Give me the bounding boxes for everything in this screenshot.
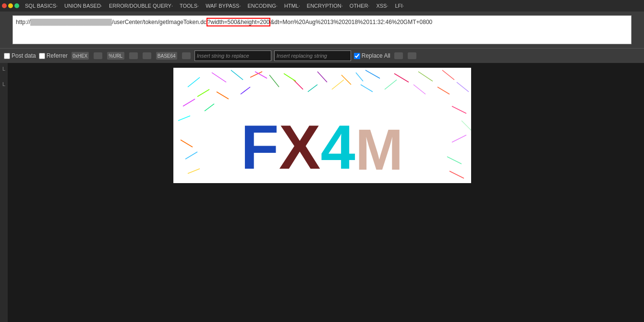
svg-line-6	[365, 70, 380, 78]
window-controls	[2, 3, 19, 8]
svg-line-4	[317, 72, 327, 82]
menu-waf-bypass[interactable]: WAF BYPASS·	[203, 2, 243, 10]
svg-line-9	[442, 70, 454, 80]
svg-line-16	[332, 80, 344, 89]
svg-line-19	[413, 85, 425, 94]
menu-other[interactable]: OTHER·	[347, 2, 373, 10]
logo-letter-m: M	[355, 121, 403, 178]
svg-line-28	[452, 135, 466, 142]
sep1	[94, 52, 102, 59]
logo-container: F X 4 M	[173, 68, 471, 183]
menu-html[interactable]: HTML·	[281, 2, 303, 10]
replace-all-label[interactable]: Replace All	[362, 52, 390, 59]
url-display[interactable]: http://████████████████████/userCenter/t…	[12, 15, 632, 44]
main-content: L L	[0, 63, 644, 322]
side-label-l1: L	[2, 66, 5, 72]
svg-line-2	[269, 75, 279, 87]
base64-button[interactable]: BASE64	[156, 52, 177, 60]
menu-union-based[interactable]: UNION BASED·	[61, 2, 105, 10]
logo-inner: F X 4 M	[173, 68, 471, 183]
svg-line-34	[284, 74, 296, 81]
referrer-checkbox[interactable]	[39, 53, 45, 59]
menu-error-double[interactable]: ERROR/DOUBLE QUERY·	[106, 2, 176, 10]
toolbar: Post data Referrer 0xHEX %URL BASE64 Rep…	[0, 48, 644, 63]
svg-line-26	[462, 121, 471, 130]
side-label-l2: L	[2, 81, 5, 87]
svg-line-30	[447, 157, 462, 164]
sep2	[129, 52, 138, 59]
svg-line-5	[341, 75, 351, 85]
svg-line-0	[212, 73, 226, 82]
url-host: ████████████████████	[30, 19, 112, 25]
insert-replacing-input[interactable]	[274, 50, 351, 61]
menu-lfi[interactable]: LFI·	[392, 2, 407, 10]
svg-line-29	[185, 152, 197, 159]
svg-line-20	[437, 87, 450, 94]
url-suffix: &dt=Mon%20Aug%2013%202018%2011:32:46%20G…	[270, 19, 432, 25]
post-data-group: Post data	[4, 52, 36, 59]
url-bar-container: http://████████████████████/userCenter/t…	[0, 12, 644, 48]
replace-all-group: Replace All	[354, 52, 390, 59]
svg-line-21	[457, 82, 469, 92]
menu-encryption[interactable]: ENCRYPTION·	[304, 2, 346, 10]
svg-line-27	[181, 140, 193, 147]
svg-line-23	[205, 104, 214, 111]
svg-line-7	[394, 74, 409, 82]
left-sidebar: L L	[0, 63, 8, 322]
menu-xss[interactable]: XSS·	[373, 2, 391, 10]
post-data-label[interactable]: Post data	[12, 52, 36, 59]
svg-line-31	[188, 169, 200, 173]
sep3	[143, 52, 151, 59]
svg-line-13	[241, 87, 250, 94]
logo-letter-f: F	[241, 116, 279, 178]
hex-button[interactable]: 0xHEX	[72, 52, 89, 60]
svg-line-32	[450, 171, 464, 178]
svg-line-14	[293, 80, 303, 89]
sep4	[182, 52, 191, 59]
svg-line-15	[308, 85, 317, 92]
svg-line-25	[178, 116, 190, 121]
close-button[interactable]	[2, 3, 7, 8]
logo-letter-x: X	[279, 116, 321, 178]
url-encode-button[interactable]: %URL	[107, 52, 124, 60]
svg-line-1	[231, 70, 243, 80]
svg-line-11	[197, 89, 209, 97]
svg-line-35	[356, 73, 363, 81]
replace-all-checkbox[interactable]	[354, 53, 360, 59]
menu-encoding[interactable]: ENCODING·	[245, 2, 280, 10]
svg-line-24	[452, 106, 466, 113]
svg-line-12	[217, 92, 229, 99]
svg-line-17	[361, 85, 373, 92]
url-path: /userCenter/token/getImageToken.dc	[112, 19, 207, 25]
maximize-button[interactable]	[14, 3, 19, 8]
svg-line-18	[385, 80, 397, 89]
referrer-group: Referrer	[39, 52, 68, 59]
logo-letter-4: 4	[320, 116, 355, 178]
referrer-label[interactable]: Referrer	[47, 52, 68, 59]
svg-line-8	[418, 72, 433, 81]
url-highlighted-segment: ?width=500&height=200	[207, 18, 270, 26]
svg-line-3	[250, 72, 262, 77]
menu-tools[interactable]: TOOLS·	[177, 2, 202, 10]
post-data-checkbox[interactable]	[4, 53, 10, 59]
svg-line-33	[255, 72, 267, 78]
svg-line-10	[188, 77, 200, 87]
url-prefix: http://	[16, 19, 30, 25]
sep6	[408, 52, 416, 59]
menu-sql-basics[interactable]: SQL BASICS·	[22, 2, 61, 10]
svg-line-22	[183, 99, 195, 106]
menubar: SQL BASICS· UNION BASED· ERROR/DOUBLE QU…	[0, 0, 644, 12]
insert-replace-input[interactable]	[194, 50, 271, 61]
sep5	[394, 52, 403, 59]
minimize-button[interactable]	[8, 3, 13, 8]
logo-text: F X 4 M	[241, 116, 403, 178]
